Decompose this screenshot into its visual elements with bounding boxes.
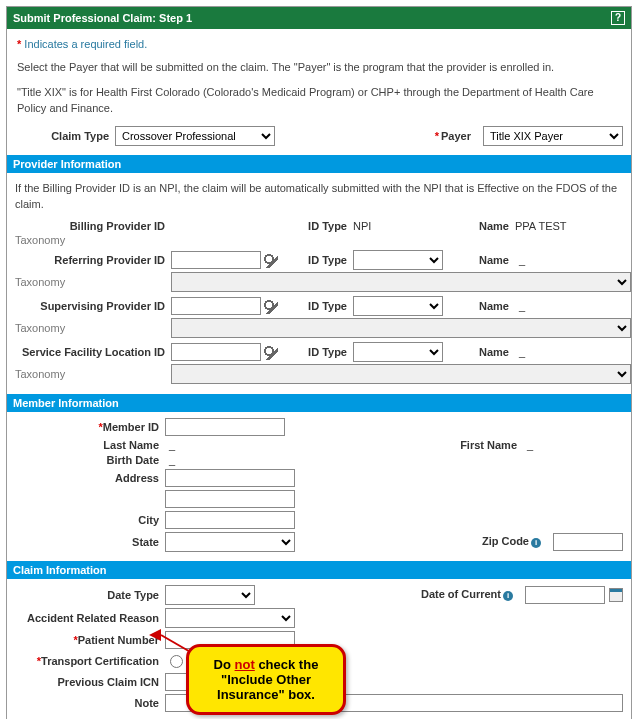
taxonomy-label-4: Taxonomy [15,368,165,380]
zip-label: Zip Codei [482,535,547,548]
required-indicator: * Indicates a required field. [15,35,623,56]
supervising-idtype-select[interactable] [353,296,443,316]
claim-type-label: Claim Type [15,130,115,142]
referring-input[interactable] [171,251,261,269]
address1-input[interactable] [165,469,295,487]
idtype-label: ID Type [287,220,347,232]
transport-label: *Transport Certification [15,655,165,667]
dateofcurrent-input[interactable] [525,586,605,604]
city-input[interactable] [165,511,295,529]
supervising-taxonomy-select[interactable] [171,318,631,338]
zip-input[interactable] [553,533,623,551]
referring-taxonomy-select[interactable] [171,272,631,292]
patientnum-label: *Patient Number [15,634,165,646]
payer-label: Payer [439,130,477,142]
facility-label: Service Facility Location ID [15,346,165,358]
taxonomy-label-3: Taxonomy [15,322,165,334]
page-title: Submit Professional Claim: Step 1 [13,12,192,24]
info-icon[interactable]: i [531,538,541,548]
billing-idtype-value: NPI [353,220,453,232]
provider-note: If the Billing Provider ID is an NPI, th… [15,181,623,212]
city-label: City [15,514,165,526]
intro-text-2: "Title XIX" is for Health First Colorado… [17,85,621,116]
name-label: Name [459,220,509,232]
help-icon[interactable]: ? [611,11,625,25]
accident-select[interactable] [165,608,295,628]
address2-input[interactable] [165,490,295,508]
address-label: Address [15,472,165,484]
memberid-input[interactable] [165,418,285,436]
taxonomy-label-1: Taxonomy [15,234,165,246]
memberid-label: *Member ID [15,421,165,433]
facility-name-value: _ [515,346,625,358]
firstname-label: First Name [460,439,523,451]
birthdate-label: Birth Date [15,454,165,466]
intro-text-1: Select the Payer that will be submitted … [17,60,621,75]
arrow-icon [149,629,161,641]
search-icon[interactable] [264,300,278,314]
instruction-callout: Do not check the "Include Other Insuranc… [186,644,346,715]
supervising-name-value: _ [515,300,625,312]
facility-idtype-select[interactable] [353,342,443,362]
state-select[interactable] [165,532,295,552]
facility-taxonomy-select[interactable] [171,364,631,384]
search-icon[interactable] [264,346,278,360]
lastname-label: Last Name [15,439,165,451]
state-label: State [15,536,165,548]
referring-label: Referring Provider ID [15,254,165,266]
referring-idtype-select[interactable] [353,250,443,270]
info-icon[interactable]: i [503,591,513,601]
claim-type-select[interactable]: Crossover Professional [115,126,275,146]
section-provider: Provider Information [7,155,631,173]
previcn-label: Previous Claim ICN [15,676,165,688]
billing-name-value: PPA TEST [515,220,625,232]
supervising-label: Supervising Provider ID [15,300,165,312]
facility-input[interactable] [171,343,261,361]
taxonomy-label-2: Taxonomy [15,276,165,288]
dateofcurrent-label: Date of Currenti [421,588,519,601]
header-bar: Submit Professional Claim: Step 1 ? [7,7,631,29]
datetype-select[interactable] [165,585,255,605]
section-member: Member Information [7,394,631,412]
accident-label: Accident Related Reason [15,612,165,624]
payer-select[interactable]: Title XIX Payer [483,126,623,146]
calendar-icon[interactable] [609,588,623,602]
section-claim: Claim Information [7,561,631,579]
datetype-label: Date Type [15,589,165,601]
supervising-input[interactable] [171,297,261,315]
referring-name-value: _ [515,254,625,266]
search-icon[interactable] [264,254,278,268]
note-label: Note [15,697,165,709]
billing-provider-label: Billing Provider ID [15,220,165,232]
transport-yes-radio[interactable] [170,655,183,668]
